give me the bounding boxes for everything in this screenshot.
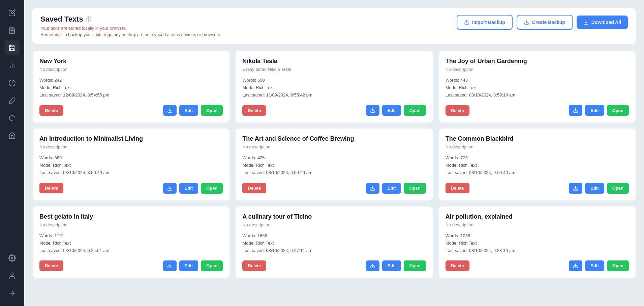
delete-button[interactable]: Delete: [39, 105, 63, 116]
edit-button[interactable]: Edit: [382, 105, 401, 116]
download-all-icon: [583, 20, 589, 25]
card-meta: Words: 1191Mode: Rich TextLast saved: 08…: [39, 232, 223, 254]
edit-button[interactable]: Edit: [382, 183, 401, 194]
download-button[interactable]: [569, 183, 582, 194]
delete-button[interactable]: Delete: [242, 105, 266, 116]
cards-grid: New York No description Words: 242Mode: …: [32, 51, 636, 278]
download-sm-icon: [167, 263, 173, 269]
open-button[interactable]: Open: [201, 183, 223, 194]
card-actions: Delete Edit Open: [242, 260, 426, 271]
card-item: The Common Blackbird No description Word…: [438, 128, 636, 200]
delete-button[interactable]: Delete: [39, 183, 63, 193]
download-button[interactable]: [366, 260, 379, 271]
document-icon[interactable]: [5, 23, 20, 38]
card-item: Nikola Tesla Essay about Nikola Tesla Wo…: [235, 51, 433, 123]
page-title: Saved Texts: [40, 15, 83, 24]
settings-icon[interactable]: [5, 251, 20, 266]
card-title: The Joy of Urban Gardening: [446, 58, 629, 65]
card-meta: Words: 443Mode: Rich TextLast saved: 08/…: [446, 77, 629, 99]
card-title: Nikola Tesla: [242, 58, 426, 65]
edit-button[interactable]: Edit: [585, 105, 604, 116]
info-icon[interactable]: ⓘ: [86, 16, 91, 23]
edit-button[interactable]: Edit: [382, 260, 401, 271]
edit-button[interactable]: Edit: [179, 105, 198, 116]
card-title: An Introduction to Minimalist Living: [39, 135, 223, 142]
download-button[interactable]: [569, 260, 582, 271]
edit-icon[interactable]: [5, 5, 20, 20]
card-title: New York: [39, 58, 223, 65]
header-left: Saved Texts ⓘ Your texts are stored loca…: [40, 15, 221, 37]
card-meta: Words: 426Mode: Rich TextLast saved: 08/…: [242, 154, 426, 176]
open-button[interactable]: Open: [607, 260, 629, 271]
download-button[interactable]: [163, 183, 177, 194]
card-meta: Words: 1038Mode: Rich TextLast saved: 08…: [446, 232, 629, 254]
open-button[interactable]: Open: [404, 260, 426, 271]
card-item: New York No description Words: 242Mode: …: [32, 51, 230, 123]
svg-point-5: [11, 257, 13, 259]
open-button[interactable]: Open: [607, 105, 629, 116]
download-all-button[interactable]: Download All: [577, 16, 628, 29]
user-icon[interactable]: [5, 268, 20, 283]
brush-icon[interactable]: [5, 93, 20, 108]
edit-button[interactable]: Edit: [179, 260, 198, 271]
card-description: No description: [242, 144, 426, 149]
open-button[interactable]: Open: [404, 105, 426, 116]
upload-icon: [464, 20, 469, 25]
main-content: Saved Texts ⓘ Your texts are stored loca…: [24, 0, 644, 306]
download-button[interactable]: [366, 183, 379, 194]
bar-chart-icon[interactable]: [5, 58, 20, 73]
delete-button[interactable]: Delete: [39, 260, 63, 271]
create-backup-button[interactable]: Create Backup: [517, 15, 573, 30]
card-item: A culinary tour of Ticino No description…: [235, 206, 433, 278]
card-actions: Delete Edit Open: [39, 260, 223, 271]
delete-button[interactable]: Delete: [446, 105, 469, 116]
download-button[interactable]: [366, 105, 379, 116]
card-item: An Introduction to Minimalist Living No …: [32, 128, 230, 200]
header-title-row: Saved Texts ⓘ: [40, 15, 221, 24]
card-item: Air pollution, explained No description …: [438, 206, 636, 278]
card-description: No description: [242, 222, 426, 227]
card-actions: Delete Edit Open: [446, 183, 629, 194]
card-description: No description: [446, 222, 629, 227]
download-icon: [524, 20, 529, 25]
card-actions: Delete Edit Open: [446, 260, 629, 271]
delete-button[interactable]: Delete: [446, 183, 469, 193]
download-button[interactable]: [163, 105, 177, 116]
card-item: The Art and Science of Coffee Brewing No…: [235, 128, 433, 200]
import-backup-button[interactable]: Import Backup: [457, 15, 513, 30]
open-button[interactable]: Open: [201, 260, 223, 271]
card-actions: Delete Edit Open: [446, 105, 629, 116]
card-meta: Words: 1666Mode: Rich TextLast saved: 08…: [242, 232, 426, 254]
download-button[interactable]: [163, 260, 177, 271]
download-sm-icon: [573, 108, 578, 113]
saved-texts-icon[interactable]: [5, 40, 20, 55]
home-icon[interactable]: [5, 128, 20, 143]
download-sm-icon: [573, 263, 578, 269]
card-item: Best gelato in Italy No description Word…: [32, 206, 230, 278]
card-actions: Delete Edit Open: [39, 105, 223, 116]
page-header: Saved Texts ⓘ Your texts are stored loca…: [32, 8, 636, 44]
card-meta: Words: 242Mode: Rich TextLast saved: 12/…: [39, 77, 223, 99]
download-button[interactable]: [569, 105, 582, 116]
curve-icon[interactable]: [5, 111, 20, 126]
pie-chart-icon[interactable]: [5, 76, 20, 90]
edit-button[interactable]: Edit: [585, 183, 604, 194]
delete-button[interactable]: Delete: [242, 183, 266, 193]
open-button[interactable]: Open: [404, 183, 426, 194]
card-title: The Common Blackbird: [446, 135, 629, 142]
delete-button[interactable]: Delete: [446, 260, 469, 271]
edit-button[interactable]: Edit: [179, 183, 198, 194]
card-description: No description: [446, 67, 629, 72]
header-note: Remember to backup your texts regularly …: [40, 32, 221, 37]
download-sm-icon: [370, 263, 375, 269]
arrow-right-icon[interactable]: [5, 286, 20, 301]
open-button[interactable]: Open: [607, 183, 629, 194]
card-item: The Joy of Urban Gardening No descriptio…: [438, 51, 636, 123]
open-button[interactable]: Open: [201, 105, 223, 116]
card-description: No description: [39, 144, 223, 149]
svg-point-6: [11, 273, 13, 275]
card-actions: Delete Edit Open: [242, 183, 426, 194]
delete-button[interactable]: Delete: [242, 260, 266, 271]
edit-button[interactable]: Edit: [585, 260, 604, 271]
header-warning: Your texts are stored locally in your br…: [40, 26, 221, 31]
